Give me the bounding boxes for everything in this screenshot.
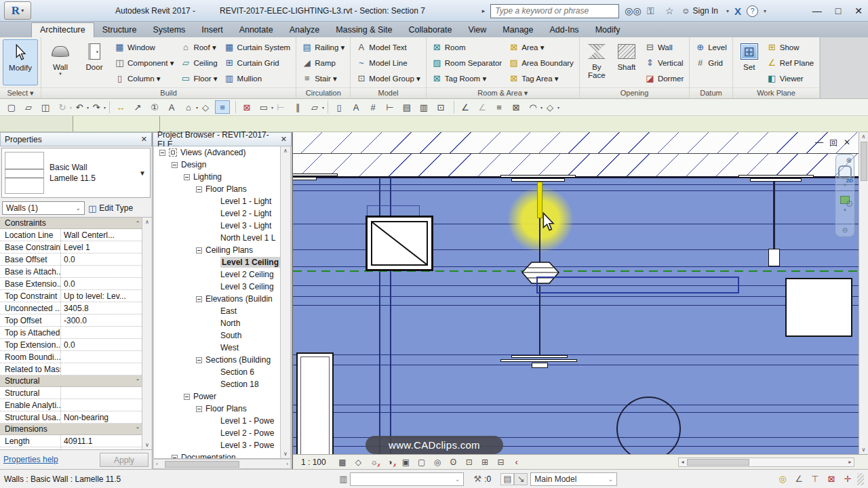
- ribbon-tab[interactable]: Annotate: [231, 23, 281, 37]
- tree-expander-icon[interactable]: [196, 406, 202, 412]
- element-filter-dropdown[interactable]: Walls (1) ⌄: [2, 201, 85, 215]
- pendant-bottom-bar[interactable]: [500, 359, 577, 362]
- tree-expander-icon[interactable]: [196, 186, 202, 192]
- toolbar-icon[interactable]: ⊠: [509, 100, 524, 114]
- property-row[interactable]: Unconnected ... 3405.8: [0, 302, 142, 314]
- wall-layer-line[interactable]: [293, 296, 859, 297]
- property-row[interactable]: Related to Mass: [0, 363, 142, 375]
- hatched-slab-lower[interactable]: [293, 154, 859, 176]
- toolbar-icon[interactable]: ⊡: [433, 100, 448, 114]
- ribbon-button[interactable]: ▦ Window: [112, 39, 176, 55]
- worksets-icon[interactable]: ▥: [336, 473, 350, 485]
- ribbon-button[interactable]: ∠ Ref Plane: [764, 55, 817, 70]
- viewbar-toggle[interactable]: ‹: [511, 456, 523, 468]
- property-row[interactable]: Room Boundi...: [0, 351, 142, 363]
- property-value[interactable]: [61, 363, 142, 375]
- zoom-region-icon[interactable]: [840, 196, 850, 204]
- tree-expander-icon[interactable]: [159, 150, 165, 156]
- viewbar-toggle[interactable]: ◑: [384, 456, 396, 468]
- pendant-stem[interactable]: [539, 218, 540, 262]
- scrollbar-thumb[interactable]: [687, 459, 749, 466]
- property-row[interactable]: Base Offset 0.0: [0, 253, 142, 266]
- toolbar-icon[interactable]: ↗: [130, 100, 145, 114]
- modify-button[interactable]: Modify: [3, 39, 38, 85]
- minimize-button[interactable]: —: [812, 5, 822, 16]
- tree-expander-icon[interactable]: [172, 162, 178, 168]
- pendant-bottom-bar[interactable]: [511, 355, 568, 358]
- canvas-horizontal-scrollbar[interactable]: ◄ ►: [678, 458, 854, 467]
- close-icon[interactable]: ✕: [141, 135, 147, 144]
- white-panel-element[interactable]: [785, 278, 852, 337]
- browser-vertical-scrollbar[interactable]: ∧ ∨: [280, 146, 290, 458]
- canvas-vertical-scrollbar[interactable]: ∧ ∨: [859, 132, 868, 454]
- property-value[interactable]: [61, 387, 142, 399]
- navigation-bar[interactable]: ⊗ ▾ ▾ ⊖: [835, 154, 854, 237]
- property-row[interactable]: Top is Attached: [0, 327, 142, 339]
- ribbon-button[interactable]: ≡ Stair ▾: [299, 70, 347, 86]
- toolbar-icon[interactable]: ▱: [21, 100, 36, 114]
- property-row[interactable]: Top Offset -300.0: [0, 314, 142, 327]
- navbar-close-icon[interactable]: ⊗: [846, 157, 852, 164]
- property-row[interactable]: Base Extensio... 0.0: [0, 278, 142, 290]
- tree-item[interactable]: East: [154, 305, 280, 317]
- scrollbar-thumb[interactable]: [861, 142, 867, 181]
- property-value[interactable]: [61, 266, 142, 277]
- wall-layer-line[interactable]: [293, 305, 859, 306]
- property-value[interactable]: 120.484 m²: [61, 447, 142, 449]
- ribbon-tab[interactable]: Collaborate: [401, 23, 460, 37]
- tree-expander-icon[interactable]: [196, 247, 202, 253]
- toolbar-icon[interactable]: ⌂: [181, 100, 196, 114]
- wall-layer-line[interactable]: [293, 405, 859, 405]
- toolbar-icon[interactable]: ▭: [256, 100, 271, 114]
- ribbon-button[interactable]: ⊠ Tag Area ▾: [506, 70, 576, 86]
- property-value[interactable]: Non-bearing: [61, 411, 142, 423]
- ribbon-button[interactable]: ⊟ Wall: [642, 39, 686, 55]
- viewbar-toggle[interactable]: ◇: [352, 456, 364, 468]
- ribbon-tab[interactable]: Structure: [94, 23, 145, 37]
- view-close-icon[interactable]: ✕: [844, 138, 850, 149]
- property-row[interactable]: Top Constraint Up to level: Lev...: [0, 290, 142, 302]
- ribbon-button[interactable]: ⇕ Vertical: [642, 55, 686, 70]
- scroll-up-icon[interactable]: ∧: [283, 148, 288, 154]
- viewbar-toggle[interactable]: ⊞: [479, 456, 491, 468]
- tree-item[interactable]: Level 1 - Powe: [154, 415, 280, 427]
- tree-item[interactable]: Level 3 - Powe: [154, 439, 280, 451]
- property-row[interactable]: Enable Analyti...: [0, 399, 142, 411]
- ribbon-button[interactable]: ⌂ Roof ▾: [178, 39, 220, 55]
- ribbon-button[interactable]: ◧ Viewer: [764, 70, 817, 86]
- viewbar-toggle[interactable]: ▢: [416, 456, 428, 468]
- scrollbar-thumb[interactable]: [165, 461, 239, 468]
- selection-toggle[interactable]: ✛: [841, 473, 854, 485]
- chevron-down-icon[interactable]: ▼: [139, 169, 146, 177]
- slab-joint-line[interactable]: [293, 153, 859, 154]
- drawing-canvas[interactable]: www.CADclips.com — 回 ✕ ⊗ ▾ ▾ ⊖: [293, 132, 868, 454]
- tree-item[interactable]: Design: [154, 159, 280, 171]
- browser-horizontal-scrollbar[interactable]: ‹ ›: [153, 459, 291, 469]
- editable-only-icon[interactable]: ▤: [500, 473, 514, 485]
- toolbar-icon[interactable]: A: [349, 100, 363, 114]
- toolbar-icon[interactable]: ⊢: [273, 100, 288, 114]
- design-options-icon[interactable]: ⚒: [471, 473, 484, 485]
- viewbar-toggle[interactable]: ▣: [399, 456, 412, 468]
- ribbon-tab[interactable]: Massing & Site: [328, 23, 400, 37]
- chevron-down-icon[interactable]: ▾: [844, 207, 846, 213]
- property-row[interactable]: Top Extension... 0.0: [0, 339, 142, 351]
- tree-item[interactable]: Section 6: [154, 366, 280, 378]
- ribbon-button[interactable]: ▥ Mullion: [222, 70, 294, 86]
- ribbon-tab[interactable]: Manage: [494, 23, 541, 37]
- selection-toggle[interactable]: ⊠: [825, 473, 838, 485]
- hatched-slab-upper[interactable]: [293, 132, 859, 153]
- pendant-mount-bar[interactable]: [293, 174, 338, 176]
- maximize-button[interactable]: □: [835, 5, 841, 16]
- ribbon-button[interactable]: ◫ Component ▾: [112, 55, 176, 70]
- wall-layer-line[interactable]: [293, 354, 859, 355]
- shaft-button[interactable]: Shaft: [612, 39, 641, 71]
- pendant-mount-bar[interactable]: [738, 175, 814, 178]
- viewbar-toggle[interactable]: ʘ: [447, 456, 459, 468]
- selection-toggle[interactable]: ⊤: [808, 473, 822, 485]
- toolbar-icon[interactable]: ≡: [215, 100, 230, 114]
- property-row[interactable]: Constraints: [0, 218, 142, 229]
- ribbon-button[interactable]: ~ Model Line: [353, 55, 422, 70]
- property-row[interactable]: Structural Usa... Non-bearing: [0, 411, 142, 424]
- view-scale[interactable]: 1 : 100: [301, 458, 336, 467]
